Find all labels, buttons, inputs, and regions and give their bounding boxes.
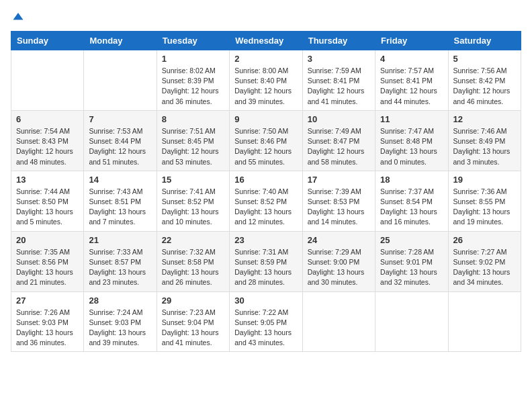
calendar-cell: 5Sunrise: 7:56 AMSunset: 8:42 PMDaylight…	[448, 50, 521, 111]
day-number: 3	[308, 54, 370, 64]
daylight-text: Daylight: 12 hours and 55 minutes.	[234, 146, 297, 167]
day-number: 15	[162, 175, 224, 185]
daylight-text: Daylight: 13 hours and 41 minutes.	[162, 328, 224, 348]
day-info: Sunrise: 7:47 AMSunset: 8:48 PMDaylight:…	[380, 126, 443, 167]
day-info: Sunrise: 7:44 AMSunset: 8:50 PMDaylight:…	[16, 187, 79, 228]
sunrise-text: Sunrise: 7:47 AM	[380, 126, 443, 136]
daylight-text: Daylight: 13 hours and 21 minutes.	[16, 267, 79, 287]
calendar-cell: 29Sunrise: 7:23 AMSunset: 9:04 PMDayligh…	[157, 291, 229, 352]
sunset-text: Sunset: 9:04 PM	[162, 318, 224, 328]
weekday-header-thursday: Thursday	[302, 32, 375, 50]
calendar-cell: 9Sunrise: 7:50 AMSunset: 8:46 PMDaylight…	[230, 110, 302, 171]
daylight-text: Daylight: 13 hours and 19 minutes.	[453, 207, 516, 227]
weekday-header-tuesday: Tuesday	[157, 32, 229, 50]
sunset-text: Sunset: 8:48 PM	[380, 136, 443, 146]
day-number: 14	[89, 175, 151, 185]
calendar-cell: 6Sunrise: 7:54 AMSunset: 8:43 PMDaylight…	[11, 110, 84, 171]
daylight-text: Daylight: 13 hours and 32 minutes.	[380, 267, 443, 287]
sunrise-text: Sunrise: 7:31 AM	[234, 247, 297, 257]
day-info: Sunrise: 7:36 AMSunset: 8:55 PMDaylight:…	[453, 187, 516, 228]
sunset-text: Sunset: 9:01 PM	[380, 257, 443, 267]
sunrise-text: Sunrise: 7:57 AM	[380, 66, 443, 76]
daylight-text: Daylight: 12 hours and 46 minutes.	[453, 86, 516, 106]
sunrise-text: Sunrise: 7:46 AM	[453, 126, 516, 136]
sunset-text: Sunset: 8:55 PM	[453, 197, 516, 207]
sunrise-text: Sunrise: 7:40 AM	[234, 187, 297, 197]
page-header	[11, 11, 521, 23]
day-info: Sunrise: 7:35 AMSunset: 8:56 PMDaylight:…	[16, 247, 79, 288]
sunrise-text: Sunrise: 7:59 AM	[308, 66, 370, 76]
day-number: 4	[380, 54, 443, 64]
day-info: Sunrise: 7:43 AMSunset: 8:51 PMDaylight:…	[89, 187, 151, 228]
calendar-cell: 11Sunrise: 7:47 AMSunset: 8:48 PMDayligh…	[375, 110, 448, 171]
sunrise-text: Sunrise: 7:50 AM	[234, 126, 297, 136]
daylight-text: Daylight: 12 hours and 51 minutes.	[89, 146, 151, 167]
daylight-text: Daylight: 12 hours and 58 minutes.	[308, 146, 370, 167]
day-number: 30	[234, 295, 297, 306]
day-info: Sunrise: 7:40 AMSunset: 8:52 PMDaylight:…	[234, 187, 297, 228]
day-number: 2	[234, 54, 297, 64]
sunset-text: Sunset: 9:03 PM	[89, 318, 151, 328]
sunset-text: Sunset: 8:42 PM	[453, 76, 516, 86]
weekday-header-friday: Friday	[375, 32, 448, 50]
day-info: Sunrise: 7:50 AMSunset: 8:46 PMDaylight:…	[234, 126, 297, 167]
day-info: Sunrise: 7:23 AMSunset: 9:04 PMDaylight:…	[162, 308, 224, 349]
day-number: 24	[308, 235, 370, 245]
day-info: Sunrise: 7:26 AMSunset: 9:03 PMDaylight:…	[16, 308, 79, 349]
sunset-text: Sunset: 8:56 PM	[16, 257, 79, 267]
sunrise-text: Sunrise: 7:41 AM	[162, 187, 224, 197]
sunrise-text: Sunrise: 7:27 AM	[453, 247, 516, 257]
sunrise-text: Sunrise: 7:49 AM	[308, 126, 370, 136]
sunset-text: Sunset: 8:49 PM	[453, 136, 516, 146]
sunset-text: Sunset: 8:57 PM	[89, 257, 151, 267]
logo	[11, 11, 24, 23]
sunset-text: Sunset: 8:39 PM	[162, 76, 224, 86]
daylight-text: Daylight: 12 hours and 53 minutes.	[162, 146, 224, 167]
sunset-text: Sunset: 8:45 PM	[162, 136, 224, 146]
daylight-text: Daylight: 13 hours and 30 minutes.	[308, 267, 370, 287]
weekday-header-sunday: Sunday	[11, 32, 84, 50]
day-number: 9	[234, 114, 297, 124]
day-number: 13	[16, 175, 79, 185]
day-info: Sunrise: 7:53 AMSunset: 8:44 PMDaylight:…	[89, 126, 151, 167]
calendar-cell: 15Sunrise: 7:41 AMSunset: 8:52 PMDayligh…	[157, 171, 229, 231]
daylight-text: Daylight: 13 hours and 36 minutes.	[16, 328, 79, 348]
daylight-text: Daylight: 13 hours and 34 minutes.	[453, 267, 516, 287]
calendar-cell: 18Sunrise: 7:37 AMSunset: 8:54 PMDayligh…	[375, 171, 448, 231]
calendar-cell: 28Sunrise: 7:24 AMSunset: 9:03 PMDayligh…	[84, 291, 157, 352]
day-info: Sunrise: 8:00 AMSunset: 8:40 PMDaylight:…	[234, 66, 297, 107]
day-info: Sunrise: 7:27 AMSunset: 9:02 PMDaylight:…	[453, 247, 516, 288]
sunset-text: Sunset: 8:53 PM	[308, 197, 370, 207]
daylight-text: Daylight: 12 hours and 48 minutes.	[16, 146, 79, 167]
sunrise-text: Sunrise: 8:02 AM	[162, 66, 224, 76]
sunrise-text: Sunrise: 8:00 AM	[234, 66, 297, 76]
day-number: 5	[453, 54, 516, 64]
sunset-text: Sunset: 9:02 PM	[453, 257, 516, 267]
day-info: Sunrise: 7:29 AMSunset: 9:00 PMDaylight:…	[308, 247, 370, 288]
sunset-text: Sunset: 9:00 PM	[308, 257, 370, 267]
sunset-text: Sunset: 8:52 PM	[234, 197, 297, 207]
calendar-cell: 1Sunrise: 8:02 AMSunset: 8:39 PMDaylight…	[157, 50, 229, 111]
sunrise-text: Sunrise: 7:54 AM	[16, 126, 79, 136]
daylight-text: Daylight: 13 hours and 43 minutes.	[234, 328, 297, 348]
sunrise-text: Sunrise: 7:23 AM	[162, 308, 224, 318]
sunrise-text: Sunrise: 7:44 AM	[16, 187, 79, 197]
weekday-header-saturday: Saturday	[448, 32, 521, 50]
daylight-text: Daylight: 13 hours and 23 minutes.	[89, 267, 151, 287]
daylight-text: Daylight: 13 hours and 26 minutes.	[162, 267, 224, 287]
daylight-text: Daylight: 13 hours and 0 minutes.	[380, 146, 443, 167]
sunrise-text: Sunrise: 7:51 AM	[162, 126, 224, 136]
calendar-cell: 7Sunrise: 7:53 AMSunset: 8:44 PMDaylight…	[84, 110, 157, 171]
calendar-cell: 24Sunrise: 7:29 AMSunset: 9:00 PMDayligh…	[302, 231, 375, 291]
calendar-cell: 23Sunrise: 7:31 AMSunset: 8:59 PMDayligh…	[230, 231, 302, 291]
day-number: 20	[16, 235, 79, 245]
calendar-cell: 25Sunrise: 7:28 AMSunset: 9:01 PMDayligh…	[375, 231, 448, 291]
sunset-text: Sunset: 8:44 PM	[89, 136, 151, 146]
calendar-cell: 20Sunrise: 7:35 AMSunset: 8:56 PMDayligh…	[11, 231, 84, 291]
sunrise-text: Sunrise: 7:29 AM	[308, 247, 370, 257]
calendar-cell: 14Sunrise: 7:43 AMSunset: 8:51 PMDayligh…	[84, 171, 157, 231]
day-info: Sunrise: 8:02 AMSunset: 8:39 PMDaylight:…	[162, 66, 224, 107]
day-info: Sunrise: 7:32 AMSunset: 8:58 PMDaylight:…	[162, 247, 224, 288]
day-number: 8	[162, 114, 224, 124]
calendar-cell: 26Sunrise: 7:27 AMSunset: 9:02 PMDayligh…	[448, 231, 521, 291]
